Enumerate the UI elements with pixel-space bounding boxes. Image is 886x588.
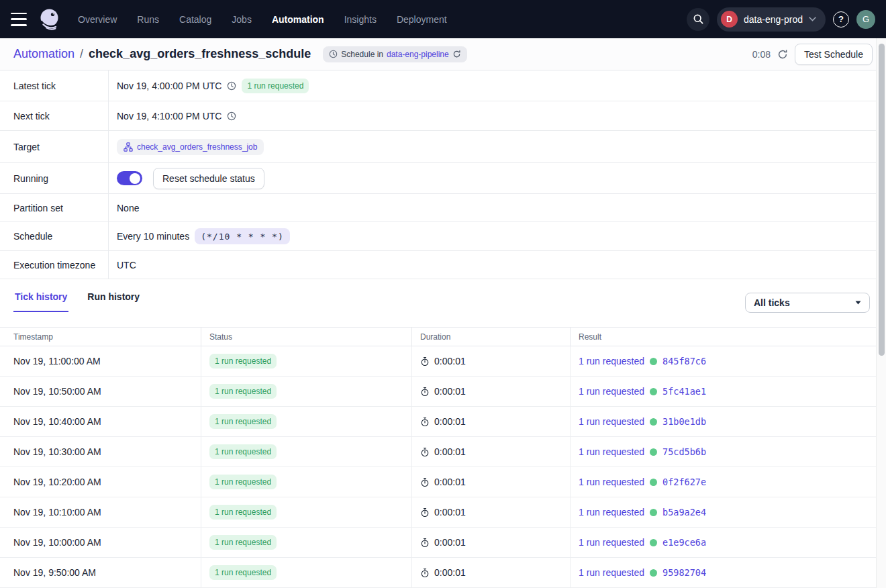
- run-success-dot: [650, 448, 657, 456]
- stopwatch-icon: [420, 356, 430, 366]
- run-id-link[interactable]: e1e9ce6a: [662, 537, 706, 548]
- table-row[interactable]: Nov 19, 10:10:00 AM 1 run requested 0:00…: [0, 497, 876, 528]
- table-row[interactable]: Nov 19, 10:20:00 AM 1 run requested 0:00…: [0, 467, 876, 497]
- top-nav: OverviewRunsCatalogJobsAutomationInsight…: [0, 0, 886, 38]
- column-header-result: Result: [571, 328, 876, 346]
- table-row[interactable]: Nov 19, 10:00:00 AM 1 run requested 0:00…: [0, 528, 876, 558]
- tick-result-cell: 1 run requested 0f2f627e: [571, 467, 876, 497]
- tick-result-cell: 1 run requested 75cd5b6b: [571, 437, 876, 467]
- run-id-link[interactable]: 0f2f627e: [662, 477, 706, 487]
- user-avatar[interactable]: G: [856, 10, 875, 29]
- run-id-link[interactable]: 95982704: [662, 567, 706, 578]
- tick-status-cell: 1 run requested: [201, 437, 412, 467]
- table-row[interactable]: Nov 19, 9:50:00 AM 1 run requested 0:00:…: [0, 558, 876, 588]
- search-button[interactable]: [687, 8, 709, 31]
- run-id-link[interactable]: 5fc41ae1: [662, 386, 706, 397]
- runs-requested-link[interactable]: 1 run requested: [579, 537, 644, 548]
- detail-label: Partition set: [0, 194, 109, 222]
- table-row[interactable]: Nov 19, 10:30:00 AM 1 run requested 0:00…: [0, 437, 876, 467]
- latest-tick-status-badge: 1 run requested: [242, 79, 309, 93]
- history-tabs-row: Tick history Run history All ticks: [0, 279, 886, 327]
- latest-tick-timestamp: Nov 19, 4:00:00 PM UTC: [117, 81, 222, 91]
- nav-item-catalog[interactable]: Catalog: [179, 11, 211, 28]
- runs-requested-link[interactable]: 1 run requested: [579, 477, 644, 487]
- runs-requested-link[interactable]: 1 run requested: [579, 507, 644, 518]
- tick-duration-cell: 0:00:01: [412, 346, 571, 376]
- table-row[interactable]: Nov 19, 10:40:00 AM 1 run requested 0:00…: [0, 407, 876, 437]
- running-toggle[interactable]: [117, 171, 142, 185]
- run-id-link[interactable]: 845f87c6: [662, 356, 706, 366]
- history-tabs: Tick history Run history: [13, 291, 141, 312]
- scrollbar-thumb[interactable]: [879, 44, 885, 356]
- table-header-row: Timestamp Status Duration Result: [0, 327, 876, 346]
- table-body: Nov 19, 11:00:00 AM 1 run requested 0:00…: [0, 346, 876, 588]
- hamburger-menu-button[interactable]: [11, 13, 28, 26]
- dagster-logo-icon[interactable]: [36, 6, 63, 33]
- tick-result-cell: 1 run requested e1e9ce6a: [571, 528, 876, 557]
- tick-status-cell: 1 run requested: [201, 558, 412, 587]
- runs-requested-link[interactable]: 1 run requested: [579, 446, 644, 457]
- detail-row-partition-set: Partition set None: [0, 194, 886, 222]
- tick-filter-select[interactable]: All ticks: [745, 293, 870, 313]
- nav-item-overview[interactable]: Overview: [78, 11, 117, 28]
- detail-label: Next tick: [0, 101, 109, 130]
- nav-item-runs[interactable]: Runs: [137, 11, 159, 28]
- nav-item-automation[interactable]: Automation: [272, 11, 324, 28]
- runs-requested-link[interactable]: 1 run requested: [579, 567, 644, 578]
- tick-duration-cell: 0:00:01: [412, 407, 571, 436]
- tick-status-cell: 1 run requested: [201, 407, 412, 436]
- stopwatch-icon: [420, 387, 430, 397]
- run-success-dot: [650, 388, 657, 395]
- run-id-link[interactable]: 75cd5b6b: [662, 446, 706, 457]
- nav-item-insights[interactable]: Insights: [344, 11, 377, 28]
- target-job-link[interactable]: check_avg_orders_freshness_job: [137, 142, 257, 152]
- job-graph-icon: [124, 142, 133, 152]
- status-badge: 1 run requested: [209, 565, 277, 580]
- schedule-in-label: Schedule in: [341, 50, 383, 59]
- refresh-icon[interactable]: [777, 49, 788, 60]
- cron-expression: (*/10 * * * *): [195, 228, 290, 244]
- help-button[interactable]: ?: [833, 11, 849, 28]
- schedule-description: Every 10 minutes: [117, 231, 189, 242]
- column-header-timestamp: Timestamp: [0, 328, 201, 346]
- runs-requested-link[interactable]: 1 run requested: [579, 386, 644, 397]
- tick-status-cell: 1 run requested: [201, 497, 412, 527]
- table-row[interactable]: Nov 19, 10:50:00 AM 1 run requested 0:00…: [0, 377, 876, 407]
- tick-result-cell: 1 run requested 31b0e1db: [571, 407, 876, 436]
- tab-tick-history[interactable]: Tick history: [13, 291, 68, 312]
- breadcrumb-separator: /: [80, 47, 83, 61]
- caret-down-icon: [855, 301, 861, 305]
- detail-row-timezone: Execution timezone UTC: [0, 251, 886, 279]
- reload-location-icon[interactable]: [452, 50, 461, 58]
- test-schedule-button[interactable]: Test Schedule: [795, 44, 873, 65]
- run-id-link[interactable]: b5a9a2e4: [662, 507, 706, 518]
- nav-item-deployment[interactable]: Deployment: [397, 11, 447, 28]
- tick-status-cell: 1 run requested: [201, 346, 412, 376]
- pipeline-link[interactable]: data-eng-pipeline: [387, 50, 449, 59]
- run-success-dot: [650, 569, 657, 577]
- run-success-dot: [650, 539, 657, 546]
- tick-result-cell: 1 run requested 5fc41ae1: [571, 377, 876, 406]
- run-id-link[interactable]: 31b0e1db: [662, 416, 706, 427]
- vertical-scrollbar[interactable]: [876, 38, 886, 588]
- nav-item-jobs[interactable]: Jobs: [232, 11, 252, 28]
- stopwatch-icon: [420, 417, 430, 427]
- runs-requested-link[interactable]: 1 run requested: [579, 416, 644, 427]
- schedule-location-badge: Schedule in data-eng-pipeline: [323, 46, 466, 62]
- tab-run-history[interactable]: Run history: [86, 291, 141, 312]
- table-row[interactable]: Nov 19, 11:00:00 AM 1 run requested 0:00…: [0, 346, 876, 377]
- detail-label: Schedule: [0, 222, 109, 250]
- reset-schedule-status-button[interactable]: Reset schedule status: [153, 168, 264, 189]
- question-mark-icon: ?: [838, 14, 844, 24]
- schedule-details: Latest tick Nov 19, 4:00:00 PM UTC 1 run…: [0, 70, 886, 279]
- status-badge: 1 run requested: [209, 535, 277, 550]
- detail-row-next-tick: Next tick Nov 19, 4:10:00 PM UTC: [0, 101, 886, 131]
- tick-duration-cell: 0:00:01: [412, 528, 571, 557]
- tick-duration-cell: 0:00:01: [412, 497, 571, 527]
- breadcrumb-automation-link[interactable]: Automation: [13, 47, 75, 61]
- workspace-switcher[interactable]: D data-eng-prod: [717, 7, 826, 32]
- runs-requested-link[interactable]: 1 run requested: [579, 356, 644, 366]
- clock-icon: [227, 111, 236, 121]
- workspace-initial-badge: D: [721, 11, 738, 28]
- detail-row-latest-tick: Latest tick Nov 19, 4:00:00 PM UTC 1 run…: [0, 70, 886, 101]
